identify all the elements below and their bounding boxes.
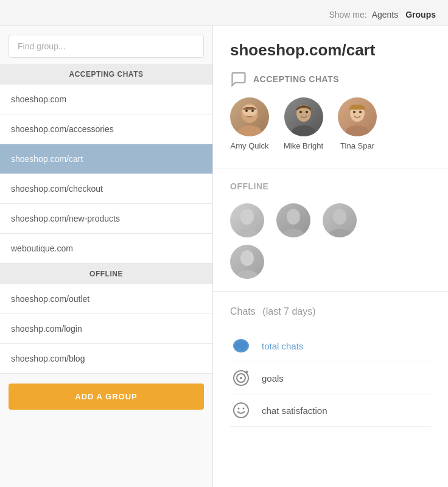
chats-subtitle: (last 7 days) xyxy=(262,306,315,317)
svg-point-12 xyxy=(359,111,362,113)
goals-icon xyxy=(230,367,252,389)
chat-bubble-icon xyxy=(230,71,247,88)
offline-agents-container xyxy=(213,198,448,291)
svg-point-16 xyxy=(282,229,304,237)
avatar xyxy=(230,97,269,136)
accepting-chats-label: ACCEPTING CHATS xyxy=(253,74,339,84)
agent-name: Tina Spar xyxy=(340,141,374,150)
right-panel: shoeshop.com/cart ACCEPTING CHATS xyxy=(213,26,448,487)
satisfaction-icon xyxy=(230,399,252,421)
add-group-button[interactable]: ADD A GROUP xyxy=(9,384,204,410)
offline-avatar xyxy=(230,245,264,279)
goals-row[interactable]: goals xyxy=(230,362,431,394)
svg-point-18 xyxy=(329,229,351,237)
svg-point-29 xyxy=(243,408,245,410)
offline-avatar-img xyxy=(230,203,264,237)
goals-svg xyxy=(231,368,251,388)
group-item[interactable]: shoeshop.com xyxy=(0,85,212,114)
main-container: ACCEPTING CHATS shoeshop.com shoeshop.co… xyxy=(0,26,448,487)
svg-point-22 xyxy=(234,340,248,351)
svg-point-8 xyxy=(306,111,308,113)
group-item[interactable]: weboutique.com xyxy=(0,234,212,264)
svg-point-17 xyxy=(333,209,346,225)
left-panel: ACCEPTING CHATS shoeshop.com shoeshop.co… xyxy=(0,26,213,487)
group-detail-title: shoeshop.com/cart xyxy=(230,41,431,60)
search-input[interactable] xyxy=(9,35,204,58)
svg-point-26 xyxy=(240,377,242,379)
satisfaction-svg xyxy=(231,401,251,420)
svg-point-15 xyxy=(287,209,300,225)
group-item[interactable]: shoeshop.com/accessories xyxy=(0,114,212,144)
svg-point-13 xyxy=(240,209,254,225)
accepting-group-list: shoeshop.com shoeshop.com/accessories sh… xyxy=(0,85,212,264)
svg-point-20 xyxy=(236,270,258,279)
agent-item: Amy Quick xyxy=(230,97,269,150)
top-bar: Show me: Agents Groups xyxy=(0,0,448,26)
group-item-active[interactable]: shoeshop.com/cart xyxy=(0,144,212,174)
avatar-img xyxy=(230,97,269,136)
total-chats-label: total chats xyxy=(262,341,303,351)
offline-agents-row-2 xyxy=(230,245,431,279)
avatar-img xyxy=(338,97,377,136)
avatar xyxy=(284,97,323,136)
group-detail-top: shoeshop.com/cart ACCEPTING CHATS xyxy=(213,26,448,169)
offline-avatar xyxy=(323,203,357,237)
total-chats-row[interactable]: total chats xyxy=(230,330,431,362)
offline-group-list: shoeshop.com/outlet shoeshp.com/login sh… xyxy=(0,284,212,374)
accepting-agents-row: Amy Quick Mike Bright xyxy=(230,97,431,150)
offline-avatar-img xyxy=(323,203,357,237)
chats-section: Chats (last 7 days) total chats xyxy=(213,291,448,439)
group-item[interactable]: shoeshop.com/blog xyxy=(0,344,212,374)
svg-point-9 xyxy=(345,125,369,136)
svg-point-7 xyxy=(299,111,302,113)
agent-name: Amy Quick xyxy=(231,141,269,150)
total-chats-icon xyxy=(230,335,252,357)
search-container xyxy=(0,26,212,64)
chat-icon xyxy=(231,336,251,356)
agents-tab[interactable]: Agents xyxy=(372,10,399,19)
chats-label: Chats xyxy=(230,306,256,317)
satisfaction-label: chat satisfaction xyxy=(262,405,327,416)
svg-point-3 xyxy=(245,110,248,112)
group-item[interactable]: shoeshop.com/outlet xyxy=(0,284,212,314)
accepting-chats-header: ACCEPTING CHATS xyxy=(0,64,212,85)
offline-avatar xyxy=(230,203,264,237)
offline-agents-row xyxy=(230,203,431,237)
agent-item: Tina Spar xyxy=(338,97,377,150)
offline-avatar-img xyxy=(230,245,264,279)
offline-avatar xyxy=(276,203,310,237)
svg-point-11 xyxy=(353,111,355,113)
group-item[interactable]: shoeshop.com/checkout xyxy=(0,174,212,204)
svg-point-2 xyxy=(242,105,257,117)
svg-point-1 xyxy=(237,125,262,136)
svg-point-28 xyxy=(238,408,240,410)
avatar xyxy=(338,97,377,136)
accepting-chats-section: ACCEPTING CHATS xyxy=(230,71,431,88)
show-me-label: Show me: xyxy=(329,10,366,19)
offline-header: OFFLINE xyxy=(0,264,212,284)
agent-item: Mike Bright xyxy=(284,97,323,150)
goals-label: goals xyxy=(262,373,284,384)
satisfaction-row[interactable]: chat satisfaction xyxy=(230,394,431,427)
chats-section-title: Chats (last 7 days) xyxy=(230,304,431,318)
group-item[interactable]: shoeshp.com/login xyxy=(0,314,212,344)
svg-point-27 xyxy=(234,403,248,418)
svg-point-4 xyxy=(251,110,254,112)
svg-point-14 xyxy=(236,229,258,237)
offline-avatar-img xyxy=(276,203,310,237)
offline-section: OFFLINE xyxy=(213,169,448,291)
group-item[interactable]: shoeshop.com/new-products xyxy=(0,204,212,234)
avatar-img xyxy=(284,97,323,136)
offline-section-label: OFFLINE xyxy=(213,181,448,191)
agent-name: Mike Bright xyxy=(284,141,323,150)
svg-point-19 xyxy=(240,250,254,266)
svg-point-5 xyxy=(292,125,316,136)
groups-tab[interactable]: Groups xyxy=(405,10,436,19)
